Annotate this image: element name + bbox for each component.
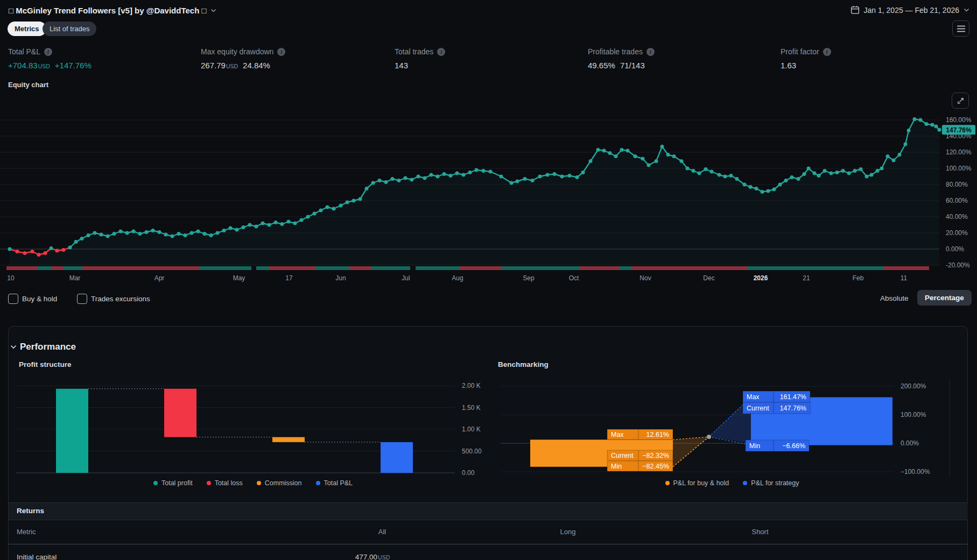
svg-text:−100.00%: −100.00% <box>901 468 930 476</box>
info-icon[interactable]: i <box>277 48 285 56</box>
row-initial-capital-label: Initial capital <box>17 553 57 560</box>
legend-label: Total P&L <box>324 479 353 487</box>
info-icon[interactable]: i <box>646 48 655 56</box>
legend-item[interactable]: Commission <box>257 479 302 487</box>
stat-value: 1.63 <box>781 61 796 70</box>
tab-metrics[interactable]: Metrics <box>8 22 46 36</box>
svg-text:Sep: Sep <box>523 274 535 282</box>
svg-text:Jul: Jul <box>402 274 410 282</box>
svg-text:120.00%: 120.00% <box>946 148 972 156</box>
profit-structure-title: Profit structure <box>19 360 72 368</box>
svg-text:Apr: Apr <box>154 274 165 282</box>
stat-label: Profitable trades <box>588 47 643 56</box>
absolute-mode-button[interactable]: Absolute <box>880 294 909 302</box>
svg-text:147.76%: 147.76% <box>780 405 806 412</box>
equity-chart-svg[interactable]: 160.00%140.00%120.00%100.00%80.00%60.00%… <box>0 97 977 285</box>
chevron-down-icon[interactable] <box>210 9 216 12</box>
buy-and-hold-checkbox[interactable] <box>8 294 18 304</box>
stat-extra: +147.76% <box>55 61 92 70</box>
profit-structure-legend: Total profitTotal lossCommissionTotal P&… <box>11 479 495 487</box>
legend-label: Commission <box>265 479 302 487</box>
stat-profit-factor: Profit factori 1.63 <box>781 47 831 70</box>
svg-text:0.00%: 0.00% <box>946 245 964 253</box>
profit-structure-chart-svg[interactable]: 2.00 K1.50 K1.00 K500.000.00 <box>11 377 495 479</box>
stat-value: 143 <box>395 61 408 70</box>
legend-dot-icon <box>153 481 158 485</box>
svg-text:2.00 K: 2.00 K <box>462 382 481 389</box>
stat-label: Total P&L <box>8 47 40 56</box>
svg-text:Min: Min <box>749 442 760 450</box>
info-icon[interactable]: i <box>823 48 831 56</box>
collapse-chevron-icon[interactable] <box>10 345 17 349</box>
legend-label: Total profit <box>161 479 193 487</box>
legend-item[interactable]: P&L for buy & hold <box>665 479 729 487</box>
svg-text:Oct: Oct <box>569 274 579 282</box>
strategy-title-text: □ McGinley Trend Followers [v5] by @Davi… <box>9 6 207 15</box>
benchmarking-legend: P&L for buy & holdP&L for strategy <box>495 479 969 487</box>
svg-text:−82.45%: −82.45% <box>642 463 669 470</box>
svg-text:Feb: Feb <box>853 274 864 282</box>
legend-item[interactable]: Total P&L <box>316 479 353 487</box>
trades-excursions-checkbox[interactable] <box>77 294 87 304</box>
svg-text:1.50 K: 1.50 K <box>462 404 481 412</box>
svg-text:Max: Max <box>747 393 760 401</box>
percentage-mode-button[interactable]: Percentage <box>917 290 972 306</box>
stat-extra: 24.84% <box>243 61 270 70</box>
svg-text:20.00%: 20.00% <box>946 229 968 237</box>
stat-value: 49.65% <box>588 61 615 70</box>
svg-text:160.00%: 160.00% <box>946 116 972 124</box>
svg-text:1.00 K: 1.00 K <box>462 426 481 433</box>
svg-text:Aug: Aug <box>452 274 463 282</box>
svg-text:60.00%: 60.00% <box>946 197 968 204</box>
legend-item[interactable]: Total profit <box>153 479 193 487</box>
svg-text:40.00%: 40.00% <box>946 213 968 221</box>
svg-text:Jun: Jun <box>335 274 346 282</box>
stat-total-pnl: Total P&Li +704.83USD +147.76% <box>8 47 92 70</box>
benchmarking-chart-svg[interactable]: 200.00%100.00%0.00%−100.00%Max12.61%Curr… <box>495 377 977 479</box>
svg-text:12.61%: 12.61% <box>646 431 669 438</box>
info-icon[interactable]: i <box>437 48 445 56</box>
svg-text:May: May <box>233 274 245 282</box>
svg-text:100.00%: 100.00% <box>901 411 926 419</box>
legend-dot-icon <box>316 481 320 485</box>
buy-and-hold-label[interactable]: Buy & hold <box>22 295 57 303</box>
svg-text:11: 11 <box>901 274 908 282</box>
svg-text:Current: Current <box>747 405 769 412</box>
strategy-title[interactable]: □ McGinley Trend Followers [v5] by @Davi… <box>9 6 216 15</box>
legend-dot-icon <box>257 481 261 485</box>
returns-section-header[interactable] <box>9 502 968 520</box>
legend-dot-icon <box>743 481 747 485</box>
svg-text:Nov: Nov <box>639 274 651 282</box>
panel-layout-button[interactable] <box>952 20 969 37</box>
svg-text:10: 10 <box>7 274 15 282</box>
legend-dot-icon <box>207 481 211 485</box>
row-initial-capital-value: 477.00USD <box>355 553 390 560</box>
performance-section-title[interactable]: Performance <box>20 342 76 352</box>
tab-list-of-trades[interactable]: List of trades <box>43 22 96 36</box>
stat-total-trades: Total tradesi 143 <box>395 47 445 70</box>
stat-max-drawdown: Max equity drawdowni 267.79USD 24.84% <box>201 47 285 70</box>
calendar-icon <box>851 5 860 15</box>
stat-extra: 71/143 <box>620 61 645 70</box>
legend-item[interactable]: Total loss <box>207 479 243 487</box>
legend-label: P&L for buy & hold <box>673 479 729 487</box>
svg-text:17: 17 <box>285 274 293 282</box>
svg-text:500.00: 500.00 <box>462 448 482 455</box>
svg-text:Dec: Dec <box>703 274 714 282</box>
svg-text:2026: 2026 <box>754 274 768 282</box>
chevron-down-icon <box>964 8 969 12</box>
trades-excursions-label[interactable]: Trades excursions <box>91 295 150 303</box>
legend-label: P&L for strategy <box>751 479 799 487</box>
svg-text:21: 21 <box>803 274 810 282</box>
svg-text:Max: Max <box>611 431 624 438</box>
stat-label: Max equity drawdown <box>201 47 273 56</box>
svg-text:100.00%: 100.00% <box>946 165 972 172</box>
svg-text:Current: Current <box>611 452 634 459</box>
legend-dot-icon <box>665 481 670 485</box>
date-range-selector[interactable]: Jan 1, 2025 — Feb 21, 2026 <box>851 5 969 15</box>
date-range-label: Jan 1, 2025 — Feb 21, 2026 <box>864 6 959 15</box>
info-icon[interactable]: i <box>44 48 52 56</box>
rows-icon <box>957 25 965 32</box>
legend-item[interactable]: P&L for strategy <box>743 479 799 487</box>
column-header-short: Short <box>751 528 768 536</box>
